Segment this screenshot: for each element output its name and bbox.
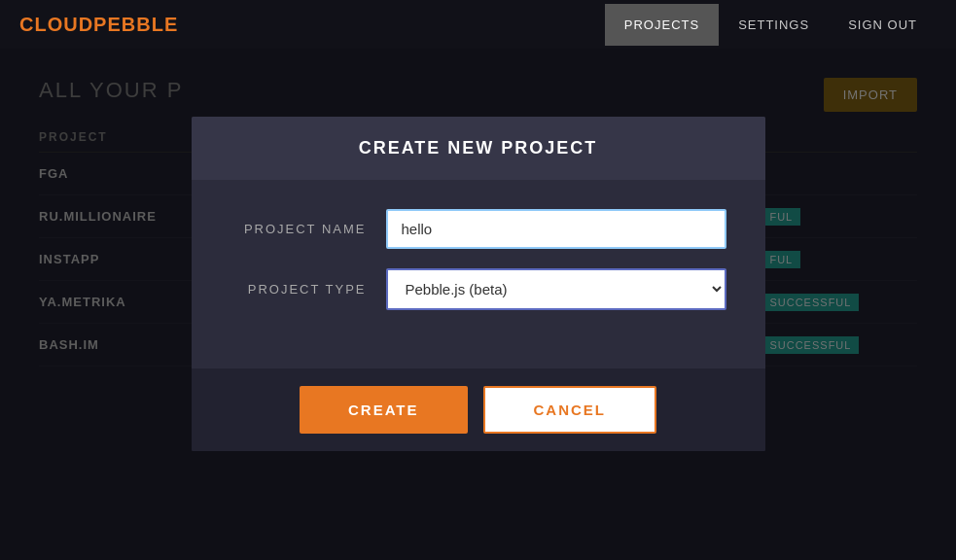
brand-logo: CLOUDPEBBLE [19,14,605,36]
create-project-modal: CREATE NEW PROJECT PROJECT NAME PROJECT … [192,117,765,451]
project-type-label: PROJECT TYPE [230,282,386,297]
modal-header: CREATE NEW PROJECT [192,117,765,180]
project-name-label: PROJECT NAME [230,222,386,236]
brand-cloud: CLOUD [19,14,93,35]
project-name-input[interactable] [386,209,726,249]
form-row-type: PROJECT TYPE Pebble.js (beta) Pebble C R… [230,268,726,310]
modal-footer: CREATE CANCEL [192,368,765,451]
project-type-select[interactable]: Pebble.js (beta) Pebble C Rocky.js [386,268,726,310]
form-row-name: PROJECT NAME [230,209,726,249]
main-content: ALL YOUR P IMPORT PROJECT FGA RU.MILLION… [0,49,956,560]
create-button[interactable]: CREATE [300,386,468,434]
navbar: CLOUDPEBBLE PROJECTS SETTINGS SIGN OUT [0,0,956,49]
nav-settings[interactable]: SETTINGS [719,4,829,46]
modal-title: CREATE NEW PROJECT [221,138,736,158]
modal-overlay: CREATE NEW PROJECT PROJECT NAME PROJECT … [0,49,956,560]
modal-body: PROJECT NAME PROJECT TYPE Pebble.js (bet… [192,180,765,368]
nav-links: PROJECTS SETTINGS SIGN OUT [605,4,937,46]
cancel-button[interactable]: CANCEL [483,386,657,434]
nav-projects[interactable]: PROJECTS [605,4,719,46]
nav-signout[interactable]: SIGN OUT [829,4,937,46]
brand-pebble: PEBBLE [93,14,178,35]
